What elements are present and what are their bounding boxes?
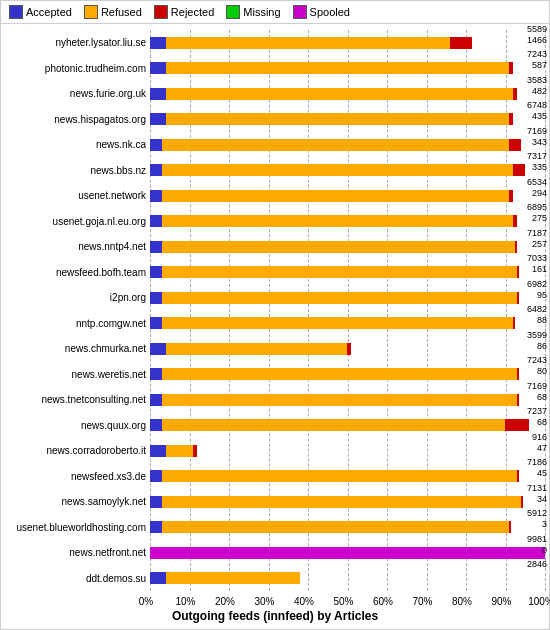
bar-segment-rejected bbox=[513, 88, 517, 100]
bar-value-label: 7243587 bbox=[527, 49, 547, 71]
bar-segment-accepted bbox=[150, 139, 162, 151]
bar-segment-accepted bbox=[150, 368, 162, 380]
bar-segment-rejected bbox=[517, 394, 519, 406]
bar-segment-accepted bbox=[150, 343, 166, 355]
bar-row: 6895275 bbox=[150, 209, 545, 235]
bar-segment-rejected bbox=[517, 266, 519, 278]
bar-value-label: 59123 bbox=[527, 508, 547, 530]
bar-segment-rejected bbox=[517, 368, 519, 380]
y-axis-label: i2pn.org bbox=[5, 285, 150, 311]
bar-row: 723768 bbox=[150, 413, 545, 439]
bar-segment-accepted bbox=[150, 419, 162, 431]
bar-segment-refused bbox=[166, 343, 348, 355]
y-axis-label: nntp.comgw.net bbox=[5, 311, 150, 337]
bar-segment-refused bbox=[162, 215, 514, 227]
bar-value-label: 7169343 bbox=[527, 126, 547, 148]
bar-value-label: 698295 bbox=[527, 279, 547, 301]
bar-track: 6895275 bbox=[150, 215, 545, 227]
bar-segment-accepted bbox=[150, 521, 162, 533]
bar-segment-rejected bbox=[347, 343, 351, 355]
y-axis-label: ddt.demos.su bbox=[5, 566, 150, 592]
bar-row: 718645 bbox=[150, 464, 545, 490]
legend-label-accepted: Accepted bbox=[26, 6, 72, 18]
legend-color-rejected bbox=[154, 5, 168, 19]
bar-segment-refused bbox=[162, 164, 514, 176]
legend-label-refused: Refused bbox=[101, 6, 142, 18]
x-tick-label: 50% bbox=[333, 596, 353, 607]
bar-value-label: 359986 bbox=[527, 330, 547, 352]
bar-segment-refused bbox=[162, 292, 518, 304]
bar-track: 6534294 bbox=[150, 190, 545, 202]
bar-segment-rejected bbox=[513, 317, 515, 329]
bar-track: 99810 bbox=[150, 547, 545, 559]
bar-value-label: 7317335 bbox=[527, 151, 547, 173]
chart-title-area: Outgoing feeds (innfeed) by Articles bbox=[1, 609, 549, 629]
bar-row: 7169343 bbox=[150, 132, 545, 158]
bar-track: 648288 bbox=[150, 317, 545, 329]
bar-segment-refused bbox=[162, 190, 510, 202]
bar-row: 7187257 bbox=[150, 234, 545, 260]
bar-value-label: 55891466 bbox=[527, 24, 547, 46]
bar-track: 718645 bbox=[150, 470, 545, 482]
bar-segment-accepted bbox=[150, 241, 162, 253]
bar-track: 91647 bbox=[150, 445, 545, 457]
bar-segment-rejected bbox=[509, 190, 513, 202]
y-axis-label: news.netfront.net bbox=[5, 540, 150, 566]
bar-value-label: 99810 bbox=[527, 534, 547, 556]
bar-value-label: 7187257 bbox=[527, 228, 547, 250]
y-axis-label: news.nntp4.net bbox=[5, 234, 150, 260]
x-tick-label: 70% bbox=[412, 596, 432, 607]
chart-container: AcceptedRefusedRejectedMissingSpooled ny… bbox=[0, 0, 550, 630]
bar-value-label: 6748435 bbox=[527, 100, 547, 122]
bar-track: 716968 bbox=[150, 394, 545, 406]
bar-track: 7317335 bbox=[150, 164, 545, 176]
bar-row: 3583482 bbox=[150, 81, 545, 107]
y-axis-label: news.samoylyk.net bbox=[5, 489, 150, 515]
y-axis-label: usenet.network bbox=[5, 183, 150, 209]
bar-segment-accepted bbox=[150, 496, 162, 508]
y-axis-label: news.tnetconsulting.net bbox=[5, 387, 150, 413]
bar-segment-accepted bbox=[150, 266, 162, 278]
bar-segment-accepted bbox=[150, 394, 162, 406]
bar-track: 2846 bbox=[150, 572, 545, 584]
bar-track: 7243587 bbox=[150, 62, 545, 74]
bar-segment-refused bbox=[166, 572, 300, 584]
bar-segment-refused bbox=[162, 266, 518, 278]
y-axis-label: news.bbs.nz bbox=[5, 158, 150, 184]
y-axis-label: news.weretis.net bbox=[5, 362, 150, 388]
bar-track: 723768 bbox=[150, 419, 545, 431]
bar-row: 698295 bbox=[150, 285, 545, 311]
bar-value-label: 91647 bbox=[532, 432, 547, 454]
bar-segment-rejected bbox=[517, 292, 519, 304]
legend-color-accepted bbox=[9, 5, 23, 19]
bar-segment-accepted bbox=[150, 113, 166, 125]
bar-segment-refused bbox=[162, 139, 510, 151]
bar-track: 359986 bbox=[150, 343, 545, 355]
bar-segment-accepted bbox=[150, 37, 166, 49]
bar-row: 7317335 bbox=[150, 158, 545, 184]
bars-area: 5589146672435873583482674843571693437317… bbox=[150, 30, 545, 591]
bar-segment-accepted bbox=[150, 164, 162, 176]
bar-track: 7187257 bbox=[150, 241, 545, 253]
bar-segment-rejected bbox=[509, 139, 521, 151]
bar-segment-accepted bbox=[150, 215, 162, 227]
bar-segment-accepted bbox=[150, 572, 166, 584]
bar-value-label: 3583482 bbox=[527, 75, 547, 97]
bar-segment-refused bbox=[162, 470, 518, 482]
x-tick-label: 40% bbox=[294, 596, 314, 607]
bar-segment-refused bbox=[162, 317, 514, 329]
bar-row: 6534294 bbox=[150, 183, 545, 209]
bar-segment-refused bbox=[162, 419, 506, 431]
bar-segment-rejected bbox=[505, 419, 529, 431]
x-tick-label: 90% bbox=[491, 596, 511, 607]
bar-segment-accepted bbox=[150, 88, 166, 100]
legend-item-accepted: Accepted bbox=[9, 5, 72, 19]
bar-row: 99810 bbox=[150, 540, 545, 566]
bar-segment-refused bbox=[162, 521, 510, 533]
y-axis-label: photonic.trudheim.com bbox=[5, 56, 150, 82]
bar-value-label: 713134 bbox=[527, 483, 547, 505]
y-axis-label: usenet.blueworldhosting.com bbox=[5, 515, 150, 541]
bar-value-label: 7033161 bbox=[527, 253, 547, 275]
y-axis-label: news.furie.org.uk bbox=[5, 81, 150, 107]
bar-segment-rejected bbox=[513, 215, 517, 227]
